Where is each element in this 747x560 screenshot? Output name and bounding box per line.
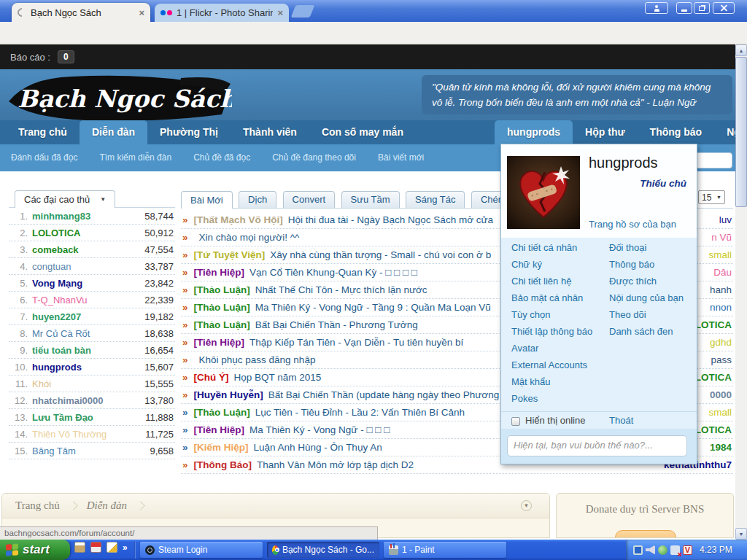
- thread-title-link[interactable]: Vạn Cổ Tiên Khung-Quan Kỳ - □ □ □ □: [249, 267, 417, 278]
- nav-user-item[interactable]: Hộp thư: [573, 120, 637, 144]
- browser-tab-flickr[interactable]: 1 | Flickr - Photo Sharing! ×: [155, 4, 289, 22]
- thread-title-link[interactable]: Lục Tiên - Tiêu Đỉnh - Lầu 2: Vấn Thiên …: [255, 407, 465, 418]
- site-logo[interactable]: Bạch Ngọc Sách: [6, 71, 232, 122]
- tab-close-icon[interactable]: ×: [139, 7, 144, 18]
- start-button[interactable]: start: [0, 540, 70, 560]
- content-tab[interactable]: Convert: [283, 191, 336, 208]
- taskbar-button-browser[interactable]: Bạch Ngọc Sách - Go...: [267, 542, 379, 558]
- user-avatar[interactable]: [507, 156, 580, 229]
- per-page-select[interactable]: 15 ▼: [698, 190, 725, 204]
- subnav-item[interactable]: Chủ đề đang theo dõi: [261, 144, 367, 171]
- profile-page-link[interactable]: Trang hồ sơ của bạn: [589, 219, 676, 230]
- member-name-link[interactable]: T-Q_NhanVu: [32, 295, 87, 306]
- content-tab[interactable]: Bài Mới: [181, 191, 233, 209]
- nav-user-item[interactable]: Thông báo: [638, 120, 715, 144]
- user-menu-link[interactable]: Chữ ký: [511, 256, 592, 273]
- tab-close-icon[interactable]: ×: [277, 7, 283, 18]
- user-menu-link[interactable]: Đối thoại: [609, 239, 684, 256]
- thread-poster-link[interactable]: hanh: [710, 281, 732, 299]
- thread-poster-link[interactable]: gdhd: [710, 334, 732, 351]
- user-menu-link[interactable]: Avatar: [511, 340, 592, 357]
- content-tab[interactable]: Sáng Tác: [406, 191, 465, 208]
- thread-title-link[interactable]: Nhất Thế Chi Tôn - Mực thích lặn nước: [255, 284, 427, 295]
- subnav-item[interactable]: Tìm kiếm diễn đàn: [88, 144, 182, 171]
- antivirus-icon[interactable]: V: [683, 545, 692, 555]
- subnav-item[interactable]: Chủ đề đã đọc: [182, 144, 261, 171]
- close-button[interactable]: [713, 2, 735, 14]
- scroll-up-button[interactable]: ▲: [735, 44, 747, 56]
- thread-poster-link[interactable]: luv: [719, 211, 732, 229]
- taskbar-button-steam[interactable]: Steam Login: [140, 542, 263, 558]
- thread-title-link[interactable]: Bất Bại Chiến Thần (update hàng ngày the…: [268, 389, 499, 400]
- nav-item[interactable]: Diễn đàn: [80, 120, 147, 144]
- member-name-link[interactable]: huyen2207: [32, 311, 81, 322]
- thread-poster-link[interactable]: 0000: [710, 386, 732, 404]
- content-tab[interactable]: Dịch: [239, 191, 276, 208]
- profile-button[interactable]: [645, 2, 668, 14]
- member-name-link[interactable]: hungprods: [32, 362, 82, 373]
- thread-poster-link[interactable]: pass: [711, 351, 732, 369]
- status-input[interactable]: [507, 435, 687, 456]
- thread-title-link[interactable]: Ma Thiên Ký - Vong Ngữ - □ □ □: [249, 424, 390, 435]
- member-name-link[interactable]: Băng Tâm: [32, 446, 76, 456]
- page-scrollbar[interactable]: ▲ ▼: [735, 44, 747, 540]
- member-name-link[interactable]: Thiên Vô Thường: [32, 429, 107, 440]
- user-menu-link[interactable]: Chi tiết cá nhân: [511, 239, 592, 256]
- quicklaunch-overflow-chevron[interactable]: »: [123, 542, 128, 553]
- content-tab[interactable]: Sưu Tầm: [341, 191, 400, 208]
- show-online-checkbox[interactable]: [511, 417, 520, 426]
- nav-user-item[interactable]: Ngọc: [714, 120, 735, 144]
- user-menu-link[interactable]: Thiết lập thông báo: [511, 323, 592, 340]
- thread-title-link[interactable]: Thập Kiếp Tán Tiên - Vạn Diễn - Tu tiên …: [249, 337, 463, 348]
- restore-button[interactable]: [694, 2, 710, 14]
- thread-poster-link[interactable]: Dâu: [713, 264, 732, 281]
- scrollbar-thumb[interactable]: [735, 57, 747, 207]
- thread-title-link[interactable]: Hội thi đua tài - Ngày Bạch Ngọc Sách mở…: [288, 214, 493, 225]
- display-icon[interactable]: [633, 545, 643, 555]
- nav-user-item[interactable]: hungprods: [495, 120, 573, 144]
- nav-item[interactable]: Con số may mắn: [309, 120, 416, 144]
- thread-title-link[interactable]: Xin chào mọi người! ^^: [199, 232, 300, 243]
- subnav-item[interactable]: Đánh dấu đã đọc: [0, 144, 88, 171]
- user-menu-link[interactable]: Thông báo: [609, 256, 684, 273]
- nav-item[interactable]: Phường Thị: [147, 120, 231, 144]
- member-name-link[interactable]: LOLOTICA: [32, 228, 80, 238]
- user-menu-link[interactable]: Được thích: [609, 273, 684, 289]
- thread-title-link[interactable]: Luận Anh Hùng - Ôn Thụy An: [254, 442, 382, 453]
- thread-title-link[interactable]: Bất Bại Chiến Thần - Phương Tưởng: [255, 319, 418, 330]
- member-name-link[interactable]: Mr Củ Cà Rốt: [32, 328, 90, 339]
- user-menu-link[interactable]: Bảo mật cá nhân: [511, 289, 592, 306]
- subnav-item[interactable]: Bài viết mới: [367, 144, 435, 171]
- editor-icon[interactable]: [107, 542, 117, 553]
- scroll-down-button[interactable]: ▼: [735, 528, 747, 540]
- minimize-button[interactable]: [676, 2, 692, 14]
- donate-button[interactable]: [615, 530, 676, 538]
- user-menu-link[interactable]: Nội dung của bạn: [609, 289, 684, 306]
- messenger-icon[interactable]: [658, 545, 667, 555]
- user-menu-link[interactable]: Chi tiết liên hệ: [511, 273, 592, 289]
- thread-title-link[interactable]: Xây nhà cùng thần tượng - Small - chú vo…: [270, 249, 491, 260]
- thread-poster-link[interactable]: n Vũ: [711, 229, 732, 246]
- new-tab-button[interactable]: [291, 5, 315, 18]
- user-menu-link[interactable]: Theo dõi: [609, 306, 684, 323]
- member-name-link[interactable]: nhatchimai0000: [32, 395, 104, 406]
- thread-title-link[interactable]: Họp BQT năm 2015: [234, 372, 322, 383]
- member-name-link[interactable]: Lưu Tầm Đạo: [32, 412, 93, 423]
- logout-link[interactable]: Thoát: [609, 415, 633, 426]
- member-name-link[interactable]: congtuan: [32, 261, 71, 272]
- media-player-icon[interactable]: [90, 542, 101, 553]
- thread-poster-link[interactable]: nnon: [710, 299, 732, 316]
- thread-poster-link[interactable]: small: [708, 246, 732, 264]
- volume-icon[interactable]: [646, 545, 655, 555]
- thread-poster-link[interactable]: 1984: [710, 439, 732, 456]
- thread-title-link[interactable]: Thanh Vân Môn mở lớp tập dịch D2: [257, 459, 414, 470]
- nav-item[interactable]: Thành viên: [231, 120, 309, 144]
- thread-title-link[interactable]: Khôi phục pass đăng nhập: [199, 354, 316, 365]
- browser-tab-active[interactable]: Bạch Ngọc Sách ×: [12, 3, 150, 22]
- top-members-dropdown[interactable]: Các đại cao thủ ▼: [15, 190, 115, 208]
- user-menu-link[interactable]: External Accounts: [511, 357, 592, 373]
- breadcrumb-link[interactable]: Diễn đàn: [87, 499, 127, 512]
- member-name-link[interactable]: minhmang83: [32, 211, 90, 222]
- network-error-icon[interactable]: [670, 545, 680, 555]
- user-menu-link[interactable]: Tùy chọn: [511, 306, 592, 323]
